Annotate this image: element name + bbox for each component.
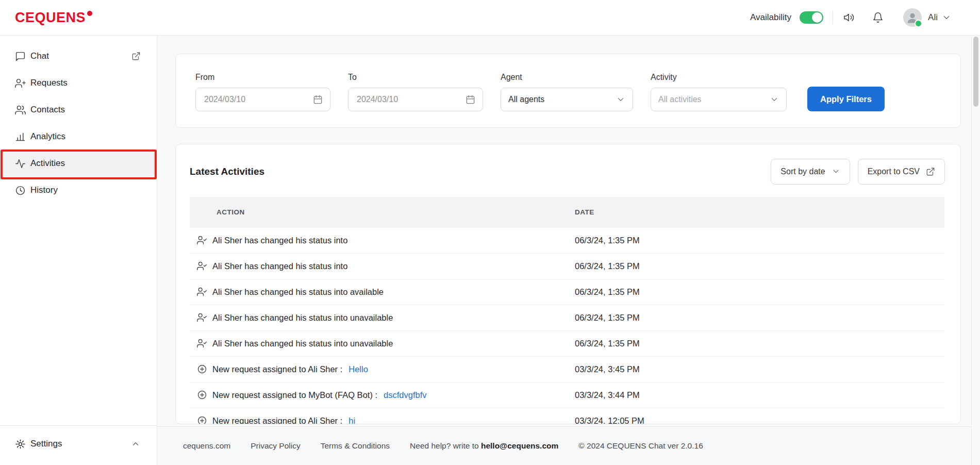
notifications-button[interactable] <box>870 10 886 25</box>
table-row: New request assigned to Ali Sher : hi 03… <box>190 408 944 424</box>
people-icon <box>15 105 26 115</box>
activity-link[interactable]: Hello <box>348 364 368 374</box>
footer-link-privacy[interactable]: Privacy Policy <box>251 441 300 451</box>
sidebar-item-label: Activities <box>30 158 65 169</box>
to-date-input[interactable] <box>348 88 483 111</box>
sidebar-item-history[interactable]: History <box>0 177 157 204</box>
panel-title: Latest Activities <box>190 166 264 177</box>
sidebar-item-label: Requests <box>30 78 68 88</box>
activity-select[interactable]: All activities <box>651 88 787 111</box>
footer-copyright: © 2024 CEQUENS Chat ver 2.0.16 <box>578 441 703 451</box>
activity-action-cell: New request assigned to MyBot (FAQ Bot) … <box>190 390 575 400</box>
plus-circle-icon <box>197 390 207 400</box>
activity-selected-value: All activities <box>658 95 702 104</box>
external-link-icon[interactable] <box>131 52 141 61</box>
activity-pulse-icon <box>15 158 26 169</box>
table-header: ACTION DATE <box>190 197 944 228</box>
footer-link-terms[interactable]: Terms & Conditions <box>321 441 390 451</box>
apply-filters-button[interactable]: Apply Filters <box>807 87 885 111</box>
user-menu[interactable]: Ali <box>903 8 951 27</box>
user-status-icon <box>197 312 207 323</box>
activity-filter-group: Activity All activities <box>651 73 787 111</box>
availability-toggle[interactable] <box>800 11 823 24</box>
chevron-up-icon[interactable] <box>131 439 140 449</box>
user-status-icon <box>197 338 207 348</box>
settings-label: Settings <box>30 439 62 449</box>
logo-dot-icon <box>87 11 92 16</box>
from-label: From <box>195 73 330 82</box>
activity-text: Ali Sher has changed his status into <box>212 236 347 245</box>
sidebar-item-label: History <box>30 185 58 195</box>
activity-date: 03/3/24, 3:44 PM <box>575 390 944 400</box>
activity-link[interactable]: hi <box>348 416 355 424</box>
sidebar-item-chat[interactable]: Chat <box>0 43 157 70</box>
activity-text: New request assigned to Ali Sher : <box>212 416 342 424</box>
activity-text: New request assigned to Ali Sher : <box>212 364 342 374</box>
user-status-icon <box>197 287 207 297</box>
chevron-down-icon <box>832 167 840 176</box>
column-header-action: ACTION <box>190 208 575 216</box>
activity-action-cell: New request assigned to Ali Sher : hi <box>190 416 575 424</box>
chevron-down-icon <box>942 13 951 22</box>
online-status-dot <box>915 20 922 27</box>
activity-date: 06/3/24, 1:35 PM <box>575 287 944 297</box>
activity-action-cell: Ali Sher has changed his status into ava… <box>190 287 575 297</box>
user-status-icon <box>197 261 207 271</box>
agent-label: Agent <box>501 73 633 82</box>
activities-header: Latest Activities Sort by date Export to… <box>176 144 960 186</box>
sidebar-bottom: Settings <box>0 425 157 465</box>
top-bar: CEQUENS Availability <box>0 0 980 36</box>
chevron-down-icon <box>616 95 625 104</box>
activities-table: ACTION DATE Ali Sher has changed his sta… <box>190 197 944 424</box>
sidebar-item-label: Contacts <box>30 105 65 115</box>
help-email[interactable]: hello@cequens.com <box>481 441 558 450</box>
activity-action-cell: Ali Sher has changed his status into una… <box>190 312 575 323</box>
sidebar-item-contacts[interactable]: Contacts <box>0 96 157 123</box>
to-date-value[interactable] <box>356 94 466 105</box>
vertical-scrollbar[interactable] <box>971 36 980 465</box>
agent-select[interactable]: All agents <box>501 88 633 111</box>
table-row: New request assigned to Ali Sher : Hello… <box>190 357 944 383</box>
to-label: To <box>348 73 483 82</box>
activity-date: 06/3/24, 1:35 PM <box>575 261 944 271</box>
sidebar-item-settings[interactable]: Settings <box>0 432 157 456</box>
scrollbar-thumb[interactable] <box>973 37 978 107</box>
activity-date: 03/3/24, 3:45 PM <box>575 364 944 374</box>
main-content: From To <box>157 36 980 465</box>
activity-date: 03/3/24, 12:05 PM <box>575 416 944 424</box>
logo-text: CEQUENS <box>15 10 86 26</box>
history-clock-icon <box>15 185 26 196</box>
activity-action-cell: Ali Sher has changed his status into <box>190 261 575 271</box>
table-row: Ali Sher has changed his status into una… <box>190 331 944 357</box>
activity-link[interactable]: dscfdvgfbfv <box>384 390 426 400</box>
calendar-icon[interactable] <box>466 95 475 105</box>
sound-button[interactable] <box>841 10 857 25</box>
activity-action-cell: Ali Sher has changed his status into una… <box>190 338 575 348</box>
sidebar-item-requests[interactable]: Requests <box>0 70 157 96</box>
from-date-input[interactable] <box>195 88 330 111</box>
table-row: Ali Sher has changed his status into 06/… <box>190 254 944 279</box>
sort-by-date-button[interactable]: Sort by date <box>771 159 850 185</box>
agent-filter-group: Agent All agents <box>501 73 633 111</box>
toggle-knob <box>812 12 822 23</box>
chevron-down-icon <box>770 95 779 104</box>
column-header-date: DATE <box>575 208 944 216</box>
table-row: New request assigned to MyBot (FAQ Bot) … <box>190 383 944 408</box>
plus-circle-icon <box>197 416 207 424</box>
sidebar: Chat Requests <box>0 36 157 465</box>
export-label: Export to CSV <box>868 167 920 176</box>
from-date-value[interactable] <box>203 94 313 105</box>
activity-text: Ali Sher has changed his status into <box>212 261 347 271</box>
sidebar-item-analytics[interactable]: Analytics <box>0 123 157 150</box>
sidebar-item-activities[interactable]: Activities <box>0 150 157 177</box>
plus-circle-icon <box>197 364 207 374</box>
activity-action-cell: New request assigned to Ali Sher : Hello <box>190 364 575 374</box>
activity-date: 06/3/24, 1:35 PM <box>575 313 944 323</box>
calendar-icon[interactable] <box>313 95 323 105</box>
export-csv-button[interactable]: Export to CSV <box>858 159 945 185</box>
cequens-logo[interactable]: CEQUENS <box>15 10 92 26</box>
activity-text: New request assigned to MyBot (FAQ Bot) … <box>212 390 377 400</box>
person-add-icon <box>15 78 26 89</box>
footer-link-cequens[interactable]: cequens.com <box>183 441 230 451</box>
from-date-group: From <box>195 73 330 111</box>
